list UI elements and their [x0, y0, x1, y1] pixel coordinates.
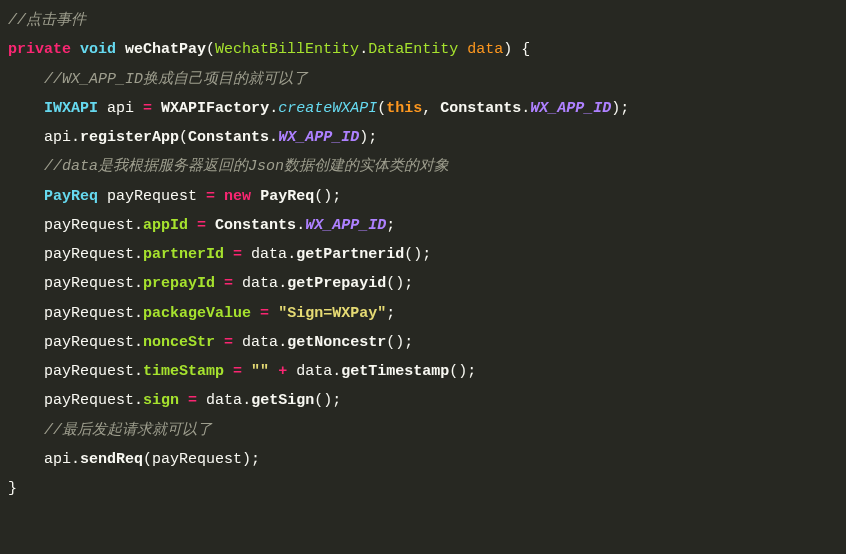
field: timeStamp [143, 363, 224, 380]
method-call: getTimestamp [341, 363, 449, 380]
static-method: createWXAPI [278, 100, 377, 117]
constant: WX_APP_ID [530, 100, 611, 117]
param-type-inner: DataEntity [368, 41, 458, 58]
variable: api [44, 129, 71, 146]
field: nonceStr [143, 334, 215, 351]
variable: payRequest [44, 392, 134, 409]
constant: WX_APP_ID [305, 217, 386, 234]
method-call: getSign [251, 392, 314, 409]
class-ref: Constants [215, 217, 296, 234]
comment-line: //data是我根据服务器返回的Json数据创建的实体类的对象 [44, 158, 449, 175]
variable: data [242, 275, 278, 292]
variable: payRequest [44, 275, 134, 292]
keyword-this: this [386, 100, 422, 117]
field: sign [143, 392, 179, 409]
keyword-private: private [8, 41, 71, 58]
constant: WX_APP_ID [278, 129, 359, 146]
class-ref: WXAPIFactory [161, 100, 269, 117]
keyword-void: void [80, 41, 116, 58]
method-call: getNoncestr [287, 334, 386, 351]
variable: payRequest [44, 217, 134, 234]
method-call: sendReq [80, 451, 143, 468]
keyword-new: new [224, 188, 251, 205]
comment-line: //WX_APP_ID换成自己项目的就可以了 [44, 71, 308, 88]
variable: api [107, 100, 134, 117]
argument: payRequest [152, 451, 242, 468]
variable: payRequest [44, 363, 134, 380]
method-call: registerApp [80, 129, 179, 146]
string-literal: "" [251, 363, 269, 380]
field: partnerId [143, 246, 224, 263]
variable: data [206, 392, 242, 409]
param-type: WechatBillEntity [215, 41, 359, 58]
comment-line: //点击事件 [8, 12, 86, 29]
field: packageValue [143, 305, 251, 322]
variable: data [296, 363, 332, 380]
param-name: data [467, 41, 503, 58]
variable: payRequest [107, 188, 197, 205]
class-ref: Constants [188, 129, 269, 146]
class-ref: Constants [440, 100, 521, 117]
method-call: getPartnerid [296, 246, 404, 263]
variable: data [251, 246, 287, 263]
string-literal: "Sign=WXPay" [278, 305, 386, 322]
type: PayReq [44, 188, 98, 205]
method-call: getPrepayid [287, 275, 386, 292]
field: prepayId [143, 275, 215, 292]
comment-line: //最后发起请求就可以了 [44, 422, 212, 439]
field: appId [143, 217, 188, 234]
variable: data [242, 334, 278, 351]
variable: api [44, 451, 71, 468]
method-name: weChatPay [125, 41, 206, 58]
variable: payRequest [44, 334, 134, 351]
code-block: //点击事件 private void weChatPay(WechatBill… [0, 0, 846, 509]
constructor: PayReq [260, 188, 314, 205]
variable: payRequest [44, 305, 134, 322]
type: IWXAPI [44, 100, 98, 117]
variable: payRequest [44, 246, 134, 263]
